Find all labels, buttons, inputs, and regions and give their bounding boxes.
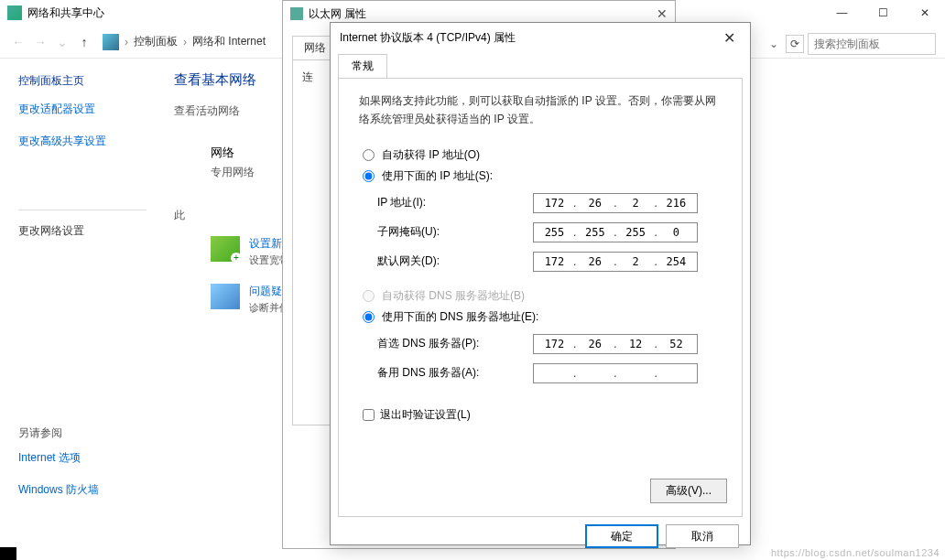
- watermark: https://blog.csdn.net/soulman1234: [771, 547, 940, 558]
- radio-manual-dns-input[interactable]: [363, 311, 375, 323]
- ip-oct-4[interactable]: [660, 197, 691, 210]
- dns2-oct-3[interactable]: [620, 367, 651, 380]
- dns1-label: 首选 DNS 服务器(P):: [377, 336, 533, 351]
- ipv4-description: 如果网络支持此功能，则可以获取自动指派的 IP 设置。否则，你需要从网络系统管理…: [359, 92, 722, 129]
- sidebar-sharing-settings[interactable]: 更改高级共享设置: [18, 134, 147, 149]
- radio-auto-dns: 自动获得 DNS 服务器地址(B): [363, 288, 727, 304]
- dns2-input[interactable]: . . .: [533, 363, 698, 383]
- radio-auto-dns-input: [363, 290, 375, 302]
- ip-address-input[interactable]: . . .: [533, 193, 698, 213]
- dns1-oct-4[interactable]: [660, 338, 691, 350]
- search-input[interactable]: [808, 33, 936, 55]
- gw-oct-1[interactable]: [538, 255, 570, 268]
- ip-oct-2[interactable]: [580, 197, 611, 210]
- chevron-right-icon: ›: [183, 36, 187, 48]
- breadcrumb-item[interactable]: 网络和 Internet: [192, 34, 266, 49]
- taskbar-fragment: [0, 547, 16, 560]
- radio-auto-ip-label: 自动获得 IP 地址(O): [382, 147, 480, 163]
- dns2-label: 备用 DNS 服务器(A):: [377, 365, 533, 381]
- radio-auto-ip[interactable]: 自动获得 IP 地址(O): [363, 147, 727, 163]
- dns1-oct-1[interactable]: [538, 338, 570, 350]
- ethernet-icon: [290, 7, 303, 20]
- validate-checkbox-row[interactable]: 退出时验证设置(L): [363, 407, 727, 423]
- ip-oct-3[interactable]: [620, 197, 651, 210]
- back-arrow-icon[interactable]: ←: [7, 31, 29, 53]
- sidebar-firewall[interactable]: Windows 防火墙: [18, 482, 99, 498]
- sidebar-change-network[interactable]: 更改网络设置: [18, 223, 147, 239]
- radio-auto-dns-label: 自动获得 DNS 服务器地址(B): [382, 288, 525, 304]
- gw-oct-2[interactable]: [580, 255, 611, 268]
- dns1-oct-2[interactable]: [580, 338, 611, 350]
- gateway-input[interactable]: . . .: [533, 252, 698, 272]
- minimize-button[interactable]: —: [821, 0, 863, 26]
- cancel-button[interactable]: 取消: [666, 524, 739, 548]
- mask-oct-4[interactable]: [660, 226, 691, 239]
- forward-arrow-icon[interactable]: →: [29, 31, 51, 53]
- refresh-icon[interactable]: ⟳: [786, 35, 804, 53]
- sidebar-home[interactable]: 控制面板主页: [18, 73, 147, 89]
- bg-title: 网络和共享中心: [27, 5, 104, 21]
- radio-manual-ip-input[interactable]: [363, 170, 375, 182]
- breadcrumb-dropdown-icon[interactable]: ⌄: [766, 38, 782, 50]
- sidebar-internet-options[interactable]: Internet 选项: [18, 450, 99, 466]
- dns2-oct-2[interactable]: [580, 367, 611, 380]
- maximize-button[interactable]: ☐: [863, 0, 904, 26]
- ipv4-title: Internet 协议版本 4 (TCP/IPv4) 属性: [340, 30, 516, 46]
- close-icon[interactable]: ✕: [718, 29, 741, 47]
- ipv4-properties-dialog: Internet 协议版本 4 (TCP/IPv4) 属性 ✕ 常规 如果网络支…: [330, 22, 751, 545]
- control-panel-icon: [103, 34, 119, 50]
- validate-checkbox[interactable]: [363, 409, 375, 421]
- troubleshoot-icon: [211, 284, 240, 309]
- up-arrow-icon[interactable]: ↑: [73, 31, 95, 53]
- mask-oct-3[interactable]: [620, 226, 651, 239]
- ok-button[interactable]: 确定: [585, 524, 658, 548]
- radio-manual-ip[interactable]: 使用下面的 IP 地址(S):: [363, 168, 727, 184]
- sidebar-adapter-settings[interactable]: 更改适配器设置: [18, 102, 147, 117]
- subnet-mask-input[interactable]: . . .: [533, 222, 698, 242]
- tab-general[interactable]: 常规: [338, 54, 387, 78]
- ipv4-titlebar: Internet 协议版本 4 (TCP/IPv4) 属性 ✕: [331, 23, 750, 52]
- chevron-right-icon: ›: [125, 36, 128, 48]
- radio-manual-ip-label: 使用下面的 IP 地址(S):: [382, 168, 493, 184]
- radio-auto-ip-input[interactable]: [363, 149, 375, 161]
- breadcrumb[interactable]: › 控制面板 › 网络和 Internet: [103, 34, 266, 50]
- subnet-mask-label: 子网掩码(U):: [377, 224, 533, 240]
- see-also-label: 另请参阅: [18, 425, 99, 441]
- sidebar: 控制面板主页 更改适配器设置 更改高级共享设置 更改网络设置 另请参阅 Inte…: [0, 59, 165, 560]
- network-icon: [7, 5, 22, 20]
- dns2-oct-1[interactable]: [538, 367, 570, 380]
- mask-oct-2[interactable]: [580, 226, 611, 239]
- dns2-oct-4[interactable]: [660, 367, 691, 380]
- recent-chevron-icon[interactable]: ⌄: [51, 31, 73, 53]
- gw-oct-4[interactable]: [660, 255, 691, 268]
- setup-connection-icon: [211, 236, 240, 262]
- close-button[interactable]: ✕: [904, 0, 945, 26]
- gateway-label: 默认网关(D):: [377, 253, 533, 269]
- mask-oct-1[interactable]: [538, 226, 570, 239]
- gw-oct-3[interactable]: [620, 255, 651, 268]
- ip-address-label: IP 地址(I):: [377, 195, 533, 210]
- ipv4-panel: 如果网络支持此功能，则可以获取自动指派的 IP 设置。否则，你需要从网络系统管理…: [338, 78, 743, 517]
- dns1-input[interactable]: . . .: [533, 334, 698, 354]
- validate-label: 退出时验证设置(L): [380, 407, 471, 423]
- radio-manual-dns[interactable]: 使用下面的 DNS 服务器地址(E):: [363, 309, 727, 325]
- eth-title: 以太网 属性: [309, 6, 366, 22]
- dns1-oct-3[interactable]: [620, 338, 651, 350]
- ip-oct-1[interactable]: [538, 197, 570, 210]
- breadcrumb-root[interactable]: 控制面板: [134, 34, 178, 49]
- advanced-button[interactable]: 高级(V)...: [650, 479, 727, 503]
- close-icon[interactable]: ✕: [657, 6, 668, 21]
- radio-manual-dns-label: 使用下面的 DNS 服务器地址(E):: [382, 309, 538, 325]
